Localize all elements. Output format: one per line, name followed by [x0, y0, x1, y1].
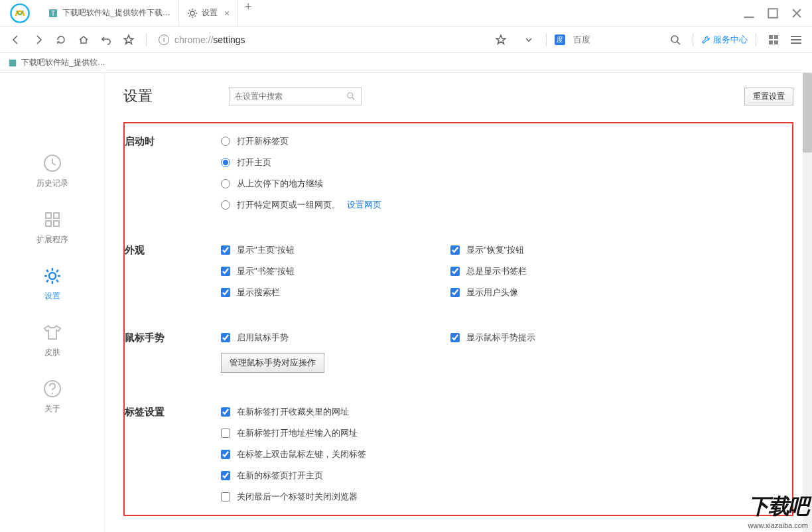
svg-point-21	[348, 93, 353, 98]
svg-line-22	[352, 98, 355, 100]
separator	[146, 33, 147, 46]
option-label: 在标签上双击鼠标左键，关闭标签	[237, 448, 366, 460]
svg-rect-14	[46, 213, 51, 218]
sidebar-item-extensions[interactable]: 扩展程序	[36, 209, 68, 245]
bookmark-star-button[interactable]	[492, 31, 510, 49]
watermark-url: www.xiazaiba.com	[748, 521, 808, 529]
qr-icon[interactable]	[764, 31, 783, 49]
tab-label: 下载吧软件站_提供软件下载,手机…	[62, 7, 170, 19]
settings-search-input[interactable]	[235, 92, 346, 101]
search-engine-icon[interactable]: 度	[555, 34, 565, 45]
reload-button[interactable]	[52, 31, 70, 49]
tabs-new-homepage[interactable]: 在新的标签页打开主页	[221, 470, 792, 482]
option-label: 显示"恢复"按钮	[466, 244, 524, 256]
close-icon[interactable]: ×	[224, 8, 230, 19]
option-label: 总是显示书签栏	[466, 265, 527, 277]
bookmark-item[interactable]: 下载吧软件站_提供软…	[8, 57, 105, 68]
clock-icon	[42, 153, 63, 174]
appearance-home-button[interactable]: 显示"主页"按钮	[221, 244, 450, 256]
startup-option-newtab[interactable]: 打开新标签页	[221, 135, 792, 147]
option-label: 显示鼠标手势提示	[466, 332, 535, 344]
mouse-enable[interactable]: 启用鼠标手势	[221, 332, 450, 344]
browser-toolbar: i chrome://settings 度 服务中心	[0, 27, 812, 53]
new-tab-button[interactable]: +	[238, 0, 258, 26]
option-label: 打开特定网页或一组网页。	[237, 199, 340, 211]
separator	[693, 33, 693, 46]
shirt-icon	[42, 322, 63, 343]
tabs-close-last[interactable]: 关闭最后一个标签时关闭浏览器	[221, 491, 792, 503]
highlighted-region: 启动时 打开新标签页 打开主页 从上次停下的地方继续 打开特定网页或一组网页。 …	[123, 122, 793, 516]
tab-item[interactable]: T 下载吧软件站_提供软件下载,手机…	[40, 0, 179, 26]
sidebar-item-history[interactable]: 历史记录	[36, 153, 68, 189]
search-icon[interactable]	[666, 31, 685, 49]
back-button[interactable]	[7, 31, 25, 49]
maximize-button[interactable]	[767, 7, 779, 19]
favicon-icon	[8, 58, 17, 68]
svg-rect-12	[9, 59, 17, 66]
appearance-avatar[interactable]: 显示用户头像	[450, 287, 792, 299]
question-icon	[42, 378, 63, 399]
watermark-text: 下载吧	[748, 492, 808, 521]
svg-text:T: T	[51, 10, 55, 17]
undo-button[interactable]	[97, 31, 115, 49]
sidebar-label: 设置	[44, 291, 60, 302]
option-label: 在新标签打开地址栏输入的网址	[237, 427, 358, 439]
home-button[interactable]	[74, 31, 93, 49]
appearance-bookmark-button[interactable]: 显示"书签"按钮	[221, 265, 450, 277]
service-center-link[interactable]: 服务中心	[701, 34, 748, 46]
tab-item-active[interactable]: 设置 ×	[179, 0, 238, 26]
mouse-hint[interactable]: 显示鼠标手势提示	[450, 332, 792, 344]
tabs-open-addr[interactable]: 在新标签打开地址栏输入的网址	[221, 427, 792, 439]
appearance-search-bar[interactable]: 显示搜索栏	[221, 287, 450, 299]
option-label: 显示搜索栏	[237, 287, 280, 299]
settings-search[interactable]	[229, 87, 362, 105]
sidebar-item-skin[interactable]: 皮肤	[42, 322, 63, 358]
sidebar-item-about[interactable]: 关于	[42, 378, 63, 415]
minimize-button[interactable]	[743, 7, 755, 19]
reset-settings-button[interactable]: 重置设置	[744, 88, 793, 105]
wrench-icon	[701, 35, 710, 44]
close-button[interactable]	[791, 7, 803, 19]
url-text: chrome://settings	[174, 34, 245, 45]
section-mouse-gestures: 鼠标手势 启用鼠标手势 显示鼠标手势提示 管理鼠标手势对应操作	[125, 325, 792, 399]
startup-option-continue[interactable]: 从上次停下的地方继续	[221, 178, 792, 190]
sidebar-item-settings[interactable]: 设置	[42, 265, 63, 302]
info-icon[interactable]: i	[159, 34, 169, 45]
address-bar[interactable]: i chrome://settings	[159, 34, 245, 45]
set-pages-link[interactable]: 设置网页	[347, 199, 381, 211]
option-label: 显示"主页"按钮	[237, 244, 295, 256]
gear-icon	[42, 265, 63, 287]
option-label: 打开新标签页	[237, 135, 289, 147]
svg-rect-15	[54, 213, 59, 218]
tabs-open-fav[interactable]: 在新标签打开收藏夹里的网址	[221, 406, 792, 418]
settings-header: 设置 重置设置	[123, 86, 793, 106]
menu-button[interactable]	[787, 31, 805, 49]
separator	[546, 33, 547, 46]
option-label: 启用鼠标手势	[237, 332, 289, 344]
forward-button[interactable]	[29, 31, 48, 49]
app-logo	[0, 0, 40, 27]
main-area: 历史记录 扩展程序 设置 皮肤 关于 设置 重	[0, 73, 812, 532]
sidebar-label: 皮肤	[44, 347, 60, 358]
window-controls	[743, 7, 812, 19]
manage-gestures-button[interactable]: 管理鼠标手势对应操作	[221, 353, 324, 373]
window-titlebar: T 下载吧软件站_提供软件下载,手机… 设置 × +	[0, 0, 812, 27]
startup-option-specific[interactable]: 打开特定网页或一组网页。 设置网页	[221, 199, 792, 211]
service-center-label: 服务中心	[713, 34, 748, 46]
svg-point-0	[11, 4, 29, 22]
dropdown-icon[interactable]	[519, 31, 538, 49]
startup-option-homepage[interactable]: 打开主页	[221, 157, 792, 168]
settings-sidebar: 历史记录 扩展程序 设置 皮肤 关于	[0, 73, 105, 532]
scrollbar-track[interactable]	[803, 73, 812, 532]
section-appearance: 外观 显示"主页"按钮 显示"恢复"按钮 显示"书签"按钮 总是显示书签栏 显示…	[125, 237, 792, 325]
appearance-restore-button[interactable]: 显示"恢复"按钮	[450, 244, 792, 256]
grid-icon	[42, 209, 63, 230]
scrollbar-thumb[interactable]	[803, 73, 812, 153]
appearance-always-bookmarks[interactable]: 总是显示书签栏	[450, 265, 792, 277]
section-title: 标签设置	[125, 406, 221, 503]
section-tab-settings: 标签设置 在新标签打开收藏夹里的网址 在新标签打开地址栏输入的网址 在标签上双击…	[125, 399, 792, 503]
star-button[interactable]	[119, 31, 138, 49]
settings-content: 设置 重置设置 启动时 打开新标签页 打开主页 从上次停下的地方继续 打开特定网…	[105, 73, 812, 532]
search-input[interactable]	[569, 34, 662, 44]
tabs-dblclick-close[interactable]: 在标签上双击鼠标左键，关闭标签	[221, 448, 792, 460]
